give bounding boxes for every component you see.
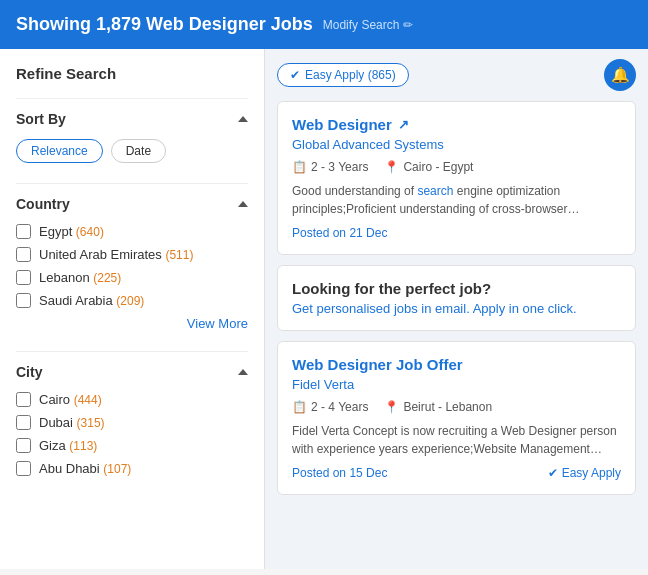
check-small-icon: ✔ [548,466,558,480]
sidebar: Refine Search Sort By Relevance Date Cou… [0,49,265,569]
company-name[interactable]: Fidel Verta [292,377,621,392]
sidebar-title: Refine Search [16,65,248,82]
city-dubai-checkbox[interactable] [16,415,31,430]
list-item: Giza (113) [16,438,248,453]
posted-date: Posted on 21 Dec [292,226,621,240]
modify-search-label: Modify Search [323,18,400,32]
job-card: Web Designer Job Offer Fidel Verta 📋 2 -… [277,341,636,495]
right-panel: ✔ Easy Apply (865) 🔔 Web Designer ↗ Glob… [265,49,648,569]
easy-apply-tag: ✔ Easy Apply [548,466,621,480]
list-item: Lebanon (225) [16,270,248,285]
country-chevron-icon [238,201,248,207]
country-lebanon-label: Lebanon (225) [39,270,121,285]
country-saudi-checkbox[interactable] [16,293,31,308]
company-name[interactable]: Global Advanced Systems [292,137,621,152]
country-section: Country Egypt (640) United Arab Emirates… [16,183,248,331]
sort-by-section: Sort By Relevance Date [16,98,248,163]
promo-description[interactable]: Get personalised jobs in email. Apply in… [292,301,621,316]
modify-search-button[interactable]: Modify Search ✏ [323,18,414,32]
briefcase-icon: 📋 [292,400,307,414]
page-title: Showing 1,879 Web Designer Jobs [16,14,313,35]
location-icon: 📍 [384,160,399,174]
sort-by-title: Sort By [16,111,66,127]
list-item: United Arab Emirates (511) [16,247,248,262]
promo-title: Looking for the perfect job? [292,280,621,297]
sort-buttons: Relevance Date [16,139,248,163]
experience-meta: 📋 2 - 4 Years [292,400,368,414]
job-title: Web Designer Job Offer [292,356,621,373]
list-item: Saudi Arabia (209) [16,293,248,308]
sort-date-button[interactable]: Date [111,139,166,163]
main-layout: Refine Search Sort By Relevance Date Cou… [0,49,648,569]
country-title: Country [16,196,70,212]
briefcase-icon: 📋 [292,160,307,174]
sort-by-header: Sort By [16,111,248,127]
city-cairo-checkbox[interactable] [16,392,31,407]
country-view-more-link[interactable]: View More [16,316,248,331]
location-icon: 📍 [384,400,399,414]
city-giza-checkbox[interactable] [16,438,31,453]
country-header: Country [16,196,248,212]
city-dubai-label: Dubai (315) [39,415,105,430]
city-abudhabi-checkbox[interactable] [16,461,31,476]
country-saudi-label: Saudi Arabia (209) [39,293,144,308]
country-lebanon-checkbox[interactable] [16,270,31,285]
job-meta: 📋 2 - 3 Years 📍 Cairo - Egypt [292,160,621,174]
posted-date: Posted on 15 Dec [292,466,387,480]
list-item: Dubai (315) [16,415,248,430]
list-item: Abu Dhabi (107) [16,461,248,476]
city-giza-label: Giza (113) [39,438,97,453]
city-cairo-label: Cairo (444) [39,392,102,407]
easy-apply-filter-label: Easy Apply (865) [305,68,396,82]
country-uae-checkbox[interactable] [16,247,31,262]
pencil-icon: ✏ [403,18,413,32]
job-description: Fidel Verta Concept is now recruiting a … [292,422,621,458]
country-egypt-checkbox[interactable] [16,224,31,239]
job-card: Web Designer ↗ Global Advanced Systems 📋… [277,101,636,255]
location-meta: 📍 Beirut - Lebanon [384,400,492,414]
easy-apply-filter-badge[interactable]: ✔ Easy Apply (865) [277,63,409,87]
filter-bar: ✔ Easy Apply (865) 🔔 [277,59,636,91]
external-link-icon: ↗ [398,117,409,132]
list-item: Egypt (640) [16,224,248,239]
check-icon: ✔ [290,68,300,82]
page-header: Showing 1,879 Web Designer Jobs Modify S… [0,0,648,49]
location-meta: 📍 Cairo - Egypt [384,160,473,174]
notification-bell-button[interactable]: 🔔 [604,59,636,91]
city-section: City Cairo (444) Dubai (315) Giza (113) … [16,351,248,476]
country-uae-label: United Arab Emirates (511) [39,247,193,262]
promo-card: Looking for the perfect job? Get persona… [277,265,636,331]
city-chevron-icon [238,369,248,375]
city-title: City [16,364,42,380]
sort-relevance-button[interactable]: Relevance [16,139,103,163]
sort-by-chevron-icon [238,116,248,122]
country-egypt-label: Egypt (640) [39,224,104,239]
bell-icon: 🔔 [611,66,630,84]
list-item: Cairo (444) [16,392,248,407]
city-header: City [16,364,248,380]
job-title: Web Designer ↗ [292,116,621,133]
job-meta: 📋 2 - 4 Years 📍 Beirut - Lebanon [292,400,621,414]
job-description: Good understanding of search engine opti… [292,182,621,218]
city-abudhabi-label: Abu Dhabi (107) [39,461,131,476]
experience-meta: 📋 2 - 3 Years [292,160,368,174]
